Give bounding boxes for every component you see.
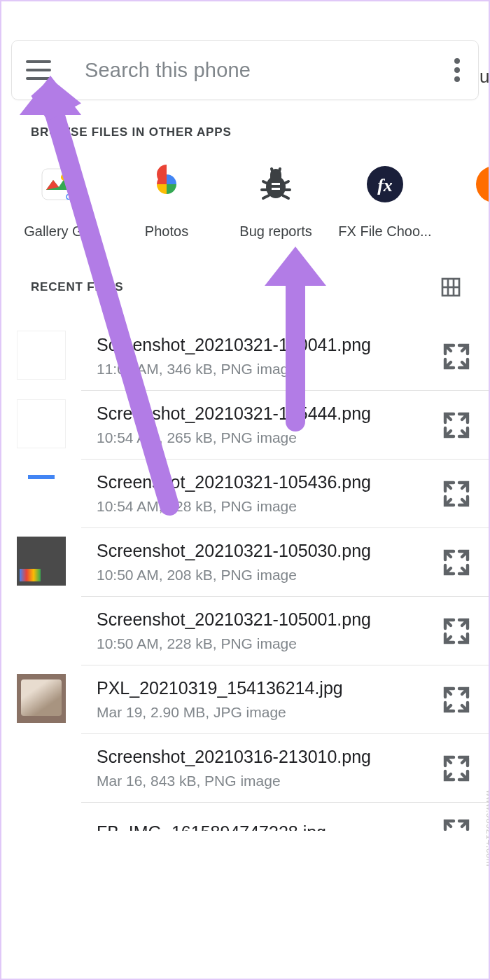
file-name: Screenshot_20210321-105444.png [97,403,433,424]
cutoff-text: ur [479,66,490,88]
kebab-menu-icon[interactable] [454,58,460,82]
expand-icon[interactable] [440,752,473,785]
grid-view-icon[interactable] [440,276,462,298]
file-thumbnail [17,331,66,380]
svg-rect-5 [272,188,280,190]
browse-section-header: BROWSE FILES IN OTHER APPS [1,100,489,139]
file-row[interactable]: Screenshot_20210321-105001.png 10:50 AM,… [1,597,489,665]
gallery-go-icon: GO [38,165,77,204]
file-meta: 10:54 AM, 265 kB, PNG image [97,429,433,446]
file-list: Screenshot_20210321-110041.png 11:00 AM,… [1,298,489,831]
search-input[interactable]: Search this phone [85,59,454,82]
file-name: Screenshot_20210321-105030.png [97,541,433,561]
file-thumbnail [17,743,66,792]
app-label: Gallery Go [24,223,91,240]
watermark: www.989214.com [484,789,490,867]
svg-point-1 [61,174,68,181]
file-row[interactable]: FB_IMG_1615894747328.jpg [1,803,489,831]
svg-text:fx: fx [377,175,393,195]
file-meta: 10:54 AM, 428 kB, PNG image [97,498,433,515]
app-bug-reports[interactable]: Bug reports [221,165,330,240]
file-row[interactable]: Screenshot_20210316-213010.png Mar 16, 8… [1,734,489,803]
expand-icon[interactable] [440,815,473,831]
file-thumbnail [17,468,66,517]
orange-circle-icon [475,165,489,204]
file-name: Screenshot_20210321-110041.png [97,335,433,355]
file-meta: Mar 16, 843 kB, PNG image [97,773,433,789]
file-row[interactable]: Screenshot_20210321-110041.png 11:00 AM,… [1,322,489,391]
file-name: Screenshot_20210316-213010.png [97,747,433,767]
svg-line-13 [279,169,280,173]
file-name: Screenshot_20210321-105436.png [97,472,433,492]
app-gallery-go[interactable]: GO Gallery Go [3,165,112,240]
recent-files-title: RECENT FILES [31,280,123,294]
app-label: Bug reports [239,223,312,240]
expand-icon[interactable] [440,408,473,442]
svg-rect-4 [272,183,280,185]
file-name: FB_IMG_1615894747328.jpg [97,822,433,831]
search-bar[interactable]: Search this phone [11,40,479,100]
app-fx-file-chooser[interactable]: fx FX File Choo... [330,165,440,240]
file-meta: 10:50 AM, 228 kB, PNG image [97,635,433,652]
file-meta: 11:00 AM, 346 kB, PNG image [97,361,433,378]
file-thumbnail [17,605,66,654]
hamburger-icon[interactable] [26,60,51,80]
expand-icon[interactable] [440,340,473,373]
file-meta: Mar 19, 2.90 MB, JPG image [97,704,433,721]
bug-icon [256,165,295,204]
expand-icon[interactable] [440,683,473,717]
app-cutoff[interactable]: G [440,165,489,240]
file-thumbnail [17,537,66,586]
fx-icon: fx [365,165,405,204]
google-photos-icon [147,165,186,204]
svg-line-10 [263,195,269,198]
file-name: PXL_20210319_154136214.jpg [97,678,433,698]
expand-icon[interactable] [440,546,473,579]
app-photos[interactable]: Photos [112,165,221,240]
file-row[interactable]: Screenshot_20210321-105030.png 10:50 AM,… [1,528,489,597]
svg-line-12 [272,169,273,173]
expand-icon[interactable] [440,614,473,648]
file-row[interactable]: PXL_20210319_154136214.jpg Mar 19, 2.90 … [1,665,489,734]
recent-files-header: RECENT FILES [1,240,489,298]
app-label: FX File Choo... [338,223,431,240]
svg-line-11 [283,195,288,198]
svg-point-16 [476,166,489,202]
file-row[interactable]: Screenshot_20210321-105436.png 10:54 AM,… [1,460,489,528]
app-label: Photos [145,223,188,240]
file-name: Screenshot_20210321-105001.png [97,609,433,630]
file-thumbnail [17,399,66,448]
expand-icon[interactable] [440,477,473,511]
apps-row: GO Gallery Go Photos [1,139,489,240]
file-meta: 10:50 AM, 208 kB, PNG image [97,567,433,584]
file-thumbnail [17,674,66,723]
svg-text:GO: GO [66,193,77,201]
file-row[interactable]: Screenshot_20210321-105444.png 10:54 AM,… [1,391,489,460]
